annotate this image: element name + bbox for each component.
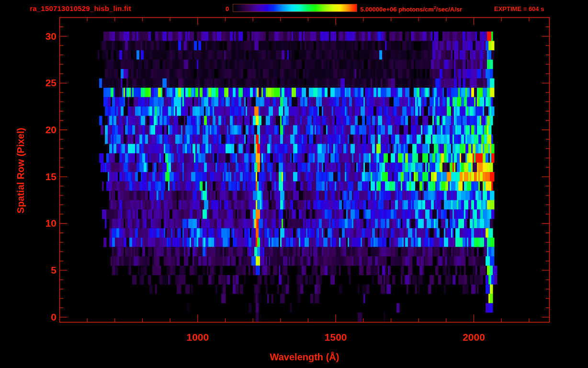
y-axis-title: Spatial Row (Pixel): [15, 99, 27, 242]
tick-marks: [60, 18, 550, 322]
x-tick-label: 1500: [317, 332, 355, 343]
y-tick-label: 15: [28, 171, 57, 183]
plot-axes: [0, 0, 588, 368]
x-tick-label: 1000: [179, 332, 217, 343]
x-axis-title: Wavelength (Å): [60, 352, 549, 363]
y-tick-label: 25: [28, 77, 57, 89]
y-tick-label: 5: [28, 264, 57, 276]
y-tick-label: 10: [28, 218, 57, 229]
plot-frame: [60, 18, 550, 322]
x-tick-label: 2000: [454, 332, 493, 343]
y-tick-label: 20: [28, 124, 57, 136]
y-tick-label: 30: [28, 31, 57, 42]
spectrogram-viewer: ra_150713010529_hisb_lin.fit 0 5.00000e+…: [0, 0, 588, 368]
y-tick-label: 0: [28, 311, 57, 323]
